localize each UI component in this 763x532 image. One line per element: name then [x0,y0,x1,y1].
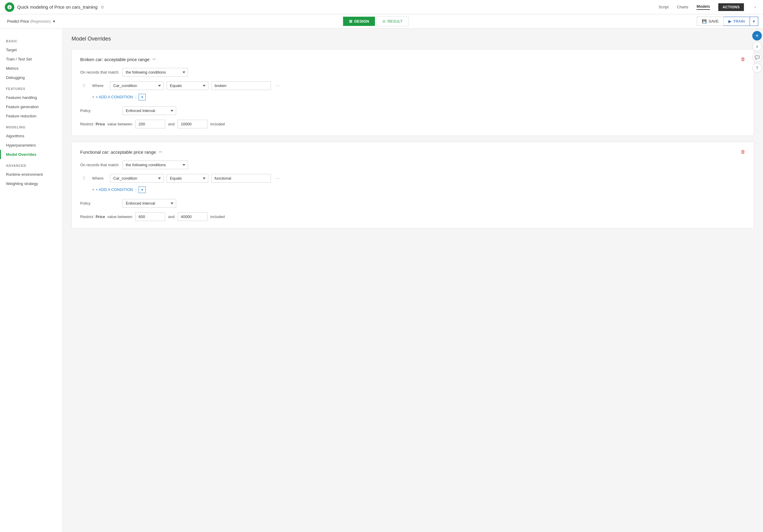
sidebar-item-feature-generation[interactable]: Feature generation [0,102,62,111]
sidebar-item-algorithms[interactable]: Algorithms [0,132,62,140]
design-icon: ⊞ [349,19,352,24]
card2-policy-select[interactable]: Enforced Interval [123,199,176,208]
card2-min-input[interactable]: 600 [135,213,165,221]
card1-condition-value-input[interactable]: broken [211,81,271,90]
card1-operator-select[interactable]: Equals [166,81,208,90]
sub-bar-right: 💾 SAVE ▶ TRAIN ▾ [697,17,758,26]
card2-policy-label: Policy [80,201,119,206]
sidebar-item-metrics[interactable]: Metrics [0,64,62,73]
card1-field-select[interactable]: Car_condition [110,81,164,90]
sidebar-item-hyperparameters[interactable]: Hyperparameters [0,140,62,150]
sub-bar-center: ⊞ DESIGN ⊙ RESULT [343,16,409,26]
right-icon-add[interactable]: + [752,31,762,41]
nav-actions-button[interactable]: ACTIONS [718,3,744,11]
card2-field-select[interactable]: Car_condition [110,174,164,183]
card2-policy-section: Policy Enforced Interval Restrict Price … [80,199,745,221]
card2-condition-dropdown-button[interactable]: ▾ [139,187,146,193]
sidebar-section-modeling: MODELING [0,121,62,132]
card1-condition-dropdown-button[interactable]: ▾ [139,94,146,100]
card1-match-label: On records that match [80,70,119,74]
card1-min-input[interactable]: 200 [135,120,165,129]
card2-conditions-select[interactable]: the following conditions [123,160,188,169]
card1-add-condition-label: + ADD A CONDITION [96,95,133,99]
card2-condition-value-input[interactable]: functional [211,174,271,183]
card1-title-text: Broken car: acceptable price range [80,57,150,62]
sidebar-item-runtime[interactable]: Runtime environment [0,170,62,179]
sidebar-item-weighting[interactable]: Weighting strategy [0,179,62,188]
main-content: Model Overrides Broken car: acceptable p… [62,29,763,532]
card2-drag-handle[interactable]: ⠿ [82,176,85,181]
card2-where-label: Where [92,176,107,181]
sub-bar-left: Predict Price (Regression) ▾ [5,19,55,24]
card1-and-label: and [168,122,175,126]
result-label: RESULT [387,19,402,24]
card2-separator: | [135,187,136,192]
sidebar-item-target[interactable]: Target [0,45,62,54]
card1-max-input[interactable]: 10000 [178,120,207,129]
right-icon-chat[interactable]: 💬 [752,52,762,62]
sidebar-item-model-overrides[interactable]: Model Overrides [0,150,62,159]
sidebar-item-feature-reduction[interactable]: Feature reduction [0,111,62,121]
card2-where-row: ⠿ Where Car_condition Equals functional … [92,174,745,183]
card2-max-input[interactable]: 40000 [178,213,207,221]
tab-design-button[interactable]: ⊞ DESIGN [343,17,375,26]
train-dropdown-button[interactable]: ▾ [750,17,758,26]
right-sidebar: + i 💬 ? [751,29,763,73]
right-icon-help[interactable]: ? [752,63,762,73]
card1-add-condition-row: + + ADD A CONDITION | ▾ [92,94,745,100]
top-bar-nav: Script Charts Models ACTIONS ‹ [659,3,758,11]
card1-separator: | [135,95,136,99]
card2-delete-icon[interactable]: 🗑 [741,149,745,155]
card1-match-row: On records that match the following cond… [80,68,745,77]
card1-policy-section: Policy Enforced Interval Restrict Price … [80,106,745,129]
sidebar-item-debugging[interactable]: Debugging [0,73,62,82]
train-button[interactable]: ▶ TRAIN [724,17,750,26]
card2-restrict-row: Restrict Price value between 600 and 400… [80,213,745,221]
sidebar: BASIC Target Train / Test Set Metrics De… [0,29,62,532]
sidebar-item-features-handling[interactable]: Features handling [0,93,62,102]
save-button[interactable]: 💾 SAVE [697,17,724,26]
header-settings-icon[interactable]: ⚙ [100,5,104,10]
override-card-functional: Functional car: acceptable price range ✏… [71,142,754,228]
top-bar-left: Quick modeling of Price on cars_training… [5,2,104,12]
card1-edit-icon[interactable]: ✏ [153,57,156,62]
card2-add-condition-button[interactable]: + + ADD A CONDITION [92,186,133,193]
logo[interactable] [5,2,14,12]
sidebar-item-train-test[interactable]: Train / Test Set [0,54,62,64]
card2-match-row: On records that match the following cond… [80,160,745,169]
card1-delete-icon[interactable]: 🗑 [741,56,745,62]
card2-included-label: included [210,215,225,219]
add-condition-plus-icon: + [92,95,94,99]
override-card-broken: Broken car: acceptable price range ✏ 🗑 O… [71,49,754,136]
predict-type: (Regression) [30,19,51,24]
card1-conditions-select[interactable]: the following conditions [123,68,188,77]
card1-title: Broken car: acceptable price range ✏ [80,57,156,62]
predict-dropdown-arrow[interactable]: ▾ [53,19,55,24]
card1-where-row: ⠿ Where Car_condition Equals broken ··· [92,81,745,90]
card1-drag-handle[interactable]: ⠿ [82,83,85,88]
tab-result-button[interactable]: ⊙ RESULT [376,16,409,26]
card1-restrict-field: Price [96,122,105,126]
card2-add-condition-label: + ADD A CONDITION [96,187,133,192]
card2-restrict-field: Price [96,215,105,219]
card2-edit-icon[interactable]: ✏ [159,149,163,154]
save-label: SAVE [708,19,718,24]
card1-policy-select[interactable]: Enforced Interval [123,106,176,115]
card1-where-label: Where [92,83,107,88]
nav-script[interactable]: Script [659,5,669,9]
card1-included-label: included [210,122,225,126]
card1-more-button[interactable]: ··· [274,82,281,89]
card2-more-button[interactable]: ··· [274,175,281,182]
nav-models[interactable]: Models [697,4,710,10]
layout: BASIC Target Train / Test Set Metrics De… [0,0,763,532]
back-button[interactable]: ‹ [752,4,758,10]
save-icon: 💾 [702,19,707,24]
card1-add-condition-button[interactable]: + + ADD A CONDITION [92,94,133,100]
right-icon-info[interactable]: i [752,42,762,51]
nav-charts[interactable]: Charts [677,5,688,9]
card2-add-condition-row: + + ADD A CONDITION | ▾ [92,186,745,193]
card2-match-label: On records that match [80,163,119,167]
card2-operator-select[interactable]: Equals [166,174,208,183]
predict-label[interactable]: Predict Price (Regression) ▾ [7,19,55,24]
train-label: TRAIN [733,19,745,24]
